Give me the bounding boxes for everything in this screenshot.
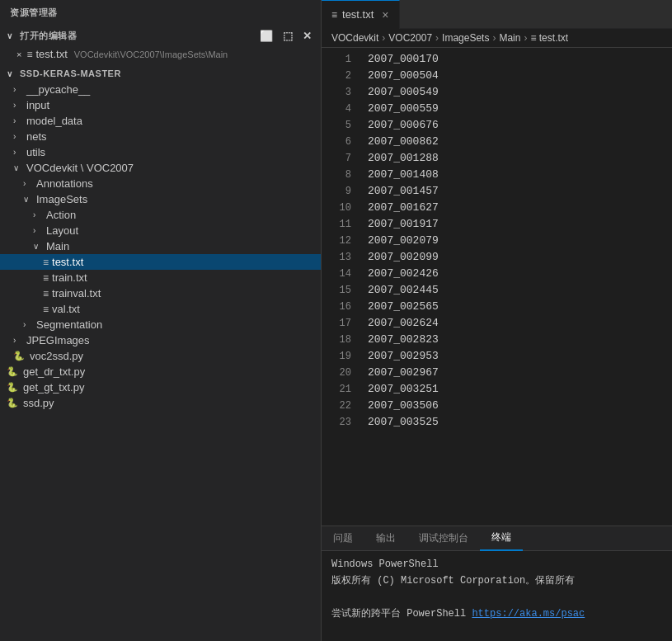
tab-problems[interactable]: 问题 (322, 526, 364, 551)
new-file-icon[interactable]: ⬜ (257, 29, 275, 43)
tree-item-test-txt[interactable]: ≡ test.txt (0, 254, 321, 270)
terminal-line (331, 589, 662, 606)
folder-label: __pycache__ (26, 83, 90, 96)
code-line: 2007_003251 (368, 381, 657, 398)
line-number: 9 (322, 183, 351, 200)
tree-item-get-gt-txt[interactable]: 🐍 get_gt_txt.py (0, 379, 321, 395)
breadcrumb-sep-3: › (492, 32, 496, 44)
chevron-icon: › (23, 320, 33, 329)
tree-item-utils[interactable]: › utils (0, 144, 321, 160)
line-number: 21 (322, 381, 351, 398)
code-line: 2007_000170 (368, 51, 657, 68)
line-number: 5 (322, 117, 351, 134)
code-line: 2007_000549 (368, 84, 657, 101)
line-number: 8 (322, 167, 351, 183)
breadcrumb-sep-1: › (382, 32, 385, 44)
terminal-content[interactable]: Windows PowerShell版权所有 (C) Microsoft Cor… (322, 551, 672, 641)
tab-terminal[interactable]: 终端 (480, 526, 523, 551)
project-section-header[interactable]: ∨ SSD-KERAS-MASTER (0, 65, 321, 82)
code-line: 2007_002953 (368, 348, 657, 365)
line-number: 7 (322, 150, 351, 167)
folder-label: utils (26, 146, 45, 158)
scrollbar[interactable] (664, 48, 672, 526)
tree-item-get-dr-txt[interactable]: 🐍 get_dr_txt.py (0, 364, 321, 379)
code-line: 2007_001288 (368, 150, 657, 167)
tree-item-segmentation[interactable]: › Segmentation (0, 317, 321, 332)
project-label: SSD-KERAS-MASTER (20, 68, 121, 78)
tree-item-train-txt[interactable]: ≡ train.txt (0, 270, 321, 285)
chevron-icon: › (13, 336, 23, 345)
line-numbers: 1234567891011121314151617181920212223 (322, 48, 361, 526)
tree-item-vocdevkit[interactable]: ∨ VOCdevkit \ VOC2007 (0, 160, 321, 176)
tree-item-imagesets[interactable]: ∨ ImageSets (0, 191, 321, 207)
tree-item-annotations[interactable]: › Annotations (0, 176, 321, 191)
code-content[interactable]: 2007_0001702007_0005042007_0005492007_00… (361, 48, 664, 526)
bottom-panel: 问题 输出 调试控制台 终端 Windows PowerShell版权所有 (C… (322, 526, 672, 641)
breadcrumb: VOCdevkit › VOC2007 › ImageSets › Main ›… (322, 29, 672, 48)
py-file-icon: 🐍 (7, 398, 18, 408)
tree-item-layout[interactable]: › Layout (0, 223, 321, 238)
tree-item-jpegimages[interactable]: › JPEGImages (0, 332, 321, 348)
tree-item-val-txt[interactable]: ≡ val.txt (0, 301, 321, 317)
terminal-line: 版权所有 (C) Microsoft Corporation。保留所有 (331, 573, 662, 589)
tab-debug-console[interactable]: 调试控制台 (407, 526, 480, 551)
tree-item-trainval-txt[interactable]: ≡ trainval.txt (0, 285, 321, 301)
tab-close-icon[interactable]: × (382, 8, 388, 21)
tree-item-input[interactable]: › input (0, 97, 321, 113)
file-label: ssd.py (23, 397, 54, 409)
breadcrumb-sep-2: › (435, 32, 439, 44)
breadcrumb-part-2[interactable]: VOC2007 (388, 32, 432, 44)
file-label: train.txt (52, 271, 87, 284)
folder-label: VOCdevkit \ VOC2007 (26, 162, 134, 174)
chevron-icon: › (13, 148, 23, 157)
terminal-line: 尝试新的跨平台 PowerShell https://aka.ms/psac (331, 606, 662, 622)
breadcrumb-part-1[interactable]: VOCdevkit (331, 32, 378, 44)
tree-item-nets[interactable]: › nets (0, 129, 321, 144)
line-number: 18 (322, 332, 351, 348)
tree-item-model-data[interactable]: › model_data (0, 113, 321, 129)
file-label: test.txt (52, 256, 83, 268)
editor-tab-test-txt[interactable]: ≡ test.txt × (322, 0, 400, 29)
line-number: 17 (322, 315, 351, 332)
breadcrumb-sep-4: › (524, 32, 527, 44)
open-editor-filename: test.txt (35, 48, 67, 60)
line-number: 13 (322, 249, 351, 266)
open-editor-item[interactable]: × ≡ test.txt VOCdevkit\VOC2007\ImageSets… (0, 46, 321, 62)
line-number: 19 (322, 348, 351, 365)
breadcrumb-part-3[interactable]: ImageSets (442, 32, 489, 44)
code-line: 2007_001627 (368, 200, 657, 216)
file-label: get_gt_txt.py (23, 381, 84, 394)
chevron-icon: ∨ (13, 163, 23, 172)
file-label: voc2ssd.py (30, 350, 83, 362)
close-all-icon[interactable]: ✕ (300, 29, 314, 43)
editor-tabs-bar: ≡ test.txt × (322, 0, 672, 29)
chevron-icon: › (13, 101, 23, 110)
tree-item-ssd[interactable]: 🐍 ssd.py (0, 395, 321, 411)
tree-item-pycache[interactable]: › __pycache__ (0, 82, 321, 97)
save-all-icon[interactable]: ⬚ (280, 29, 295, 43)
close-icon[interactable]: × (16, 49, 21, 59)
code-line: 2007_002967 (368, 365, 657, 381)
tree-item-voc2ssd[interactable]: 🐍 voc2ssd.py (0, 348, 321, 364)
breadcrumb-part-5[interactable]: ≡ test.txt (530, 32, 568, 44)
code-line: 2007_002823 (368, 332, 657, 348)
folder-label: Segmentation (36, 318, 102, 331)
line-number: 22 (322, 398, 351, 414)
breadcrumb-part-4[interactable]: Main (499, 32, 520, 44)
open-editors-label: 打开的编辑器 (20, 30, 77, 42)
file-label: get_dr_txt.py (23, 365, 85, 378)
line-number: 3 (322, 84, 351, 101)
tree-item-action[interactable]: › Action (0, 207, 321, 223)
folder-label: Layout (46, 224, 78, 237)
terminal-link[interactable]: https://aka.ms/psac (472, 608, 585, 620)
file-tree: › __pycache__ › input › model_data › net… (0, 82, 321, 411)
tab-output[interactable]: 输出 (364, 526, 407, 551)
code-line: 2007_000862 (368, 134, 657, 150)
code-line: 2007_002426 (368, 266, 657, 282)
chevron-icon: › (33, 226, 43, 235)
line-number: 23 (322, 414, 351, 431)
chevron-icon: ∨ (23, 195, 33, 204)
tree-item-main[interactable]: ∨ Main (0, 238, 321, 254)
open-editors-section[interactable]: ∨ 打开的编辑器 ⬜ ⬚ ✕ (0, 26, 321, 46)
tab-file-icon: ≡ (331, 9, 337, 21)
